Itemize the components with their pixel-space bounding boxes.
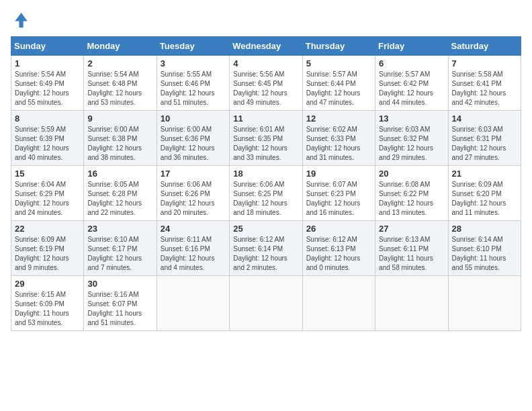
day-number: 23 — [87, 224, 152, 234]
calendar-cell: 1Sunrise: 5:54 AMSunset: 6:49 PMDaylight… — [11, 56, 84, 111]
calendar-cell: 26Sunrise: 6:12 AMSunset: 6:13 PMDayligh… — [302, 221, 375, 276]
calendar-cell: 24Sunrise: 6:11 AMSunset: 6:16 PMDayligh… — [157, 221, 229, 276]
day-info: Sunrise: 6:04 AMSunset: 6:29 PMDaylight:… — [15, 180, 80, 218]
calendar-cell — [157, 276, 229, 331]
column-header-monday: Monday — [84, 37, 157, 56]
column-header-thursday: Thursday — [302, 37, 375, 56]
day-info: Sunrise: 6:02 AMSunset: 6:33 PMDaylight:… — [306, 125, 371, 163]
day-info: Sunrise: 5:54 AMSunset: 6:49 PMDaylight:… — [15, 70, 80, 107]
day-number: 26 — [306, 224, 371, 234]
logo-icon — [11, 11, 30, 30]
day-number: 15 — [15, 169, 80, 179]
calendar-cell: 27Sunrise: 6:13 AMSunset: 6:11 PMDayligh… — [375, 221, 448, 276]
calendar-cell: 13Sunrise: 6:03 AMSunset: 6:32 PMDayligh… — [375, 111, 448, 166]
calendar-cell — [448, 276, 521, 331]
day-info: Sunrise: 5:57 AMSunset: 6:42 PMDaylight:… — [379, 70, 444, 107]
day-number: 7 — [452, 58, 517, 68]
calendar-week-row: 15Sunrise: 6:04 AMSunset: 6:29 PMDayligh… — [11, 166, 521, 221]
day-info: Sunrise: 5:55 AMSunset: 6:46 PMDaylight:… — [161, 70, 226, 107]
calendar-cell: 11Sunrise: 6:01 AMSunset: 6:35 PMDayligh… — [230, 111, 302, 166]
page-header — [11, 11, 521, 30]
day-number: 24 — [161, 224, 226, 234]
calendar-cell — [302, 276, 375, 331]
day-info: Sunrise: 6:01 AMSunset: 6:35 PMDaylight:… — [233, 125, 298, 163]
calendar-cell: 5Sunrise: 5:57 AMSunset: 6:44 PMDaylight… — [302, 56, 375, 111]
calendar-week-row: 22Sunrise: 6:09 AMSunset: 6:19 PMDayligh… — [11, 221, 521, 276]
day-info: Sunrise: 6:07 AMSunset: 6:23 PMDaylight:… — [306, 180, 371, 218]
calendar-cell — [375, 276, 448, 331]
calendar-cell: 4Sunrise: 5:56 AMSunset: 6:45 PMDaylight… — [230, 56, 302, 111]
day-number: 12 — [306, 113, 371, 124]
column-header-saturday: Saturday — [448, 37, 521, 56]
calendar-cell: 16Sunrise: 6:05 AMSunset: 6:28 PMDayligh… — [84, 166, 157, 221]
day-number: 25 — [233, 224, 298, 234]
day-info: Sunrise: 5:56 AMSunset: 6:45 PMDaylight:… — [233, 70, 298, 107]
calendar-cell — [230, 276, 302, 331]
day-number: 8 — [15, 113, 80, 124]
calendar-week-row: 8Sunrise: 5:59 AMSunset: 6:39 PMDaylight… — [11, 111, 521, 166]
day-info: Sunrise: 6:10 AMSunset: 6:17 PMDaylight:… — [87, 235, 152, 273]
day-info: Sunrise: 5:57 AMSunset: 6:44 PMDaylight:… — [306, 70, 371, 107]
day-info: Sunrise: 6:03 AMSunset: 6:31 PMDaylight:… — [452, 125, 517, 163]
day-info: Sunrise: 6:09 AMSunset: 6:19 PMDaylight:… — [15, 235, 80, 273]
day-number: 11 — [233, 113, 298, 124]
day-info: Sunrise: 6:14 AMSunset: 6:10 PMDaylight:… — [452, 235, 517, 273]
day-info: Sunrise: 6:05 AMSunset: 6:28 PMDaylight:… — [87, 180, 152, 218]
day-info: Sunrise: 6:06 AMSunset: 6:25 PMDaylight:… — [233, 180, 298, 218]
day-number: 4 — [233, 58, 298, 68]
calendar-cell: 9Sunrise: 6:00 AMSunset: 6:38 PMDaylight… — [84, 111, 157, 166]
day-number: 13 — [379, 113, 444, 124]
day-number: 2 — [87, 58, 152, 68]
calendar-cell: 28Sunrise: 6:14 AMSunset: 6:10 PMDayligh… — [448, 221, 521, 276]
day-number: 17 — [161, 169, 226, 179]
calendar-cell: 3Sunrise: 5:55 AMSunset: 6:46 PMDaylight… — [157, 56, 229, 111]
day-info: Sunrise: 6:00 AMSunset: 6:38 PMDaylight:… — [87, 125, 152, 163]
day-info: Sunrise: 5:59 AMSunset: 6:39 PMDaylight:… — [15, 125, 80, 163]
calendar-cell: 10Sunrise: 6:00 AMSunset: 6:36 PMDayligh… — [157, 111, 229, 166]
calendar-cell: 15Sunrise: 6:04 AMSunset: 6:29 PMDayligh… — [11, 166, 84, 221]
day-info: Sunrise: 6:09 AMSunset: 6:20 PMDaylight:… — [452, 180, 517, 218]
calendar-header-row: SundayMondayTuesdayWednesdayThursdayFrid… — [11, 37, 521, 56]
column-header-sunday: Sunday — [11, 37, 84, 56]
day-number: 3 — [161, 58, 226, 68]
column-header-wednesday: Wednesday — [230, 37, 302, 56]
day-number: 19 — [306, 169, 371, 179]
day-number: 16 — [87, 169, 152, 179]
calendar-cell: 17Sunrise: 6:06 AMSunset: 6:26 PMDayligh… — [157, 166, 229, 221]
day-info: Sunrise: 6:12 AMSunset: 6:14 PMDaylight:… — [233, 235, 298, 273]
calendar-cell: 30Sunrise: 6:16 AMSunset: 6:07 PMDayligh… — [84, 276, 157, 331]
calendar-cell: 22Sunrise: 6:09 AMSunset: 6:19 PMDayligh… — [11, 221, 84, 276]
day-number: 22 — [15, 224, 80, 234]
calendar-week-row: 1Sunrise: 5:54 AMSunset: 6:49 PMDaylight… — [11, 56, 521, 111]
day-info: Sunrise: 6:13 AMSunset: 6:11 PMDaylight:… — [379, 235, 444, 273]
day-number: 28 — [452, 224, 517, 234]
calendar-cell: 18Sunrise: 6:06 AMSunset: 6:25 PMDayligh… — [230, 166, 302, 221]
day-number: 9 — [87, 113, 152, 124]
day-number: 14 — [452, 113, 517, 124]
calendar-cell: 23Sunrise: 6:10 AMSunset: 6:17 PMDayligh… — [84, 221, 157, 276]
day-info: Sunrise: 5:58 AMSunset: 6:41 PMDaylight:… — [452, 70, 517, 107]
day-info: Sunrise: 6:11 AMSunset: 6:16 PMDaylight:… — [161, 235, 226, 273]
calendar-cell: 6Sunrise: 5:57 AMSunset: 6:42 PMDaylight… — [375, 56, 448, 111]
day-info: Sunrise: 5:54 AMSunset: 6:48 PMDaylight:… — [87, 70, 152, 107]
day-number: 21 — [452, 169, 517, 179]
calendar-cell: 14Sunrise: 6:03 AMSunset: 6:31 PMDayligh… — [448, 111, 521, 166]
calendar-cell: 7Sunrise: 5:58 AMSunset: 6:41 PMDaylight… — [448, 56, 521, 111]
day-info: Sunrise: 6:16 AMSunset: 6:07 PMDaylight:… — [87, 290, 152, 328]
day-number: 10 — [161, 113, 226, 124]
day-number: 20 — [379, 169, 444, 179]
day-number: 5 — [306, 58, 371, 68]
day-number: 29 — [15, 279, 80, 289]
calendar-cell: 2Sunrise: 5:54 AMSunset: 6:48 PMDaylight… — [84, 56, 157, 111]
day-info: Sunrise: 6:06 AMSunset: 6:26 PMDaylight:… — [161, 180, 226, 218]
day-number: 18 — [233, 169, 298, 179]
calendar-cell: 29Sunrise: 6:15 AMSunset: 6:09 PMDayligh… — [11, 276, 84, 331]
calendar-cell: 8Sunrise: 5:59 AMSunset: 6:39 PMDaylight… — [11, 111, 84, 166]
calendar-table: SundayMondayTuesdayWednesdayThursdayFrid… — [11, 36, 521, 331]
calendar-cell: 21Sunrise: 6:09 AMSunset: 6:20 PMDayligh… — [448, 166, 521, 221]
day-info: Sunrise: 6:03 AMSunset: 6:32 PMDaylight:… — [379, 125, 444, 163]
day-info: Sunrise: 6:08 AMSunset: 6:22 PMDaylight:… — [379, 180, 444, 218]
calendar-cell: 20Sunrise: 6:08 AMSunset: 6:22 PMDayligh… — [375, 166, 448, 221]
calendar-cell: 25Sunrise: 6:12 AMSunset: 6:14 PMDayligh… — [230, 221, 302, 276]
calendar-cell: 12Sunrise: 6:02 AMSunset: 6:33 PMDayligh… — [302, 111, 375, 166]
